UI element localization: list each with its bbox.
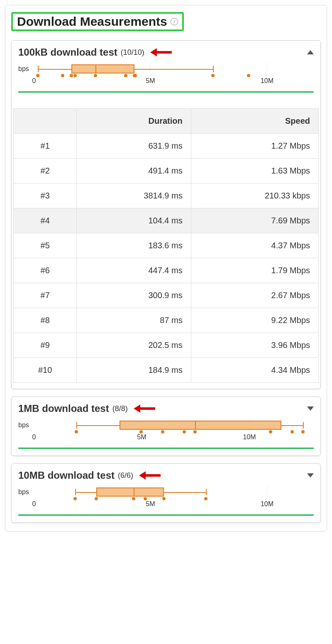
table-row[interactable]: #887 ms9.22 Mbps: [14, 308, 319, 333]
section-1mb: 1MB download test (8/8) bps: [11, 397, 321, 456]
median-line: [134, 487, 134, 497]
section-10mb-title: 10MB download test: [18, 470, 115, 481]
axis-tick: 0: [32, 500, 36, 508]
data-point: [70, 74, 73, 77]
cell-speed: 3.96 Mbps: [191, 333, 318, 358]
section-100kb-table: Duration Speed #1631.9 ms1.27 Mbps#2491.…: [13, 108, 319, 383]
axis-tick: 5M: [146, 77, 155, 85]
cell-index: #5: [14, 233, 77, 258]
axis-tick: 5M: [146, 500, 155, 508]
table-row[interactable]: #9202.5 ms3.96 Mbps: [14, 333, 319, 358]
cell-speed: 210.33 kbps: [191, 184, 318, 208]
section-10mb: 10MB download test (6/6) bps: [11, 463, 321, 523]
data-point: [204, 497, 208, 500]
boxplot-100kb: [33, 61, 314, 77]
data-point: [161, 430, 164, 433]
median-line: [95, 64, 96, 73]
chart-ylabel: bps: [18, 421, 29, 429]
data-point: [183, 430, 186, 433]
expand-icon[interactable]: [307, 406, 314, 411]
cell-index: #8: [14, 308, 77, 333]
median-line: [195, 421, 196, 430]
cell-speed: 1.63 Mbps: [191, 159, 318, 184]
cell-duration: 183.6 ms: [77, 233, 191, 258]
progress-bar: [18, 91, 314, 93]
data-point: [144, 497, 147, 500]
section-1mb-header[interactable]: 1MB download test (8/8): [12, 397, 320, 415]
data-point: [139, 430, 143, 433]
cell-speed: 2.67 Mbps: [191, 283, 318, 308]
section-10mb-chart: bps: [12, 482, 320, 522]
whisker-cap: [38, 66, 39, 72]
cell-duration: 87 ms: [77, 308, 191, 333]
data-point: [211, 74, 215, 77]
whisker-cap: [75, 489, 76, 495]
data-point: [95, 497, 98, 500]
section-1mb-title: 1MB download test: [18, 403, 109, 414]
table-header-row: Duration Speed: [14, 109, 319, 134]
axis-tick: 10M: [261, 500, 273, 508]
section-100kb: 100kB download test (10/10) bps: [11, 40, 321, 389]
whisker-cap: [206, 489, 207, 495]
download-measurements-panel: Download Measurements i 100kB download t…: [5, 5, 327, 531]
col-index: [14, 109, 77, 134]
page-title-highlight: Download Measurements i: [11, 12, 184, 31]
grid-line: [267, 485, 267, 499]
table-row[interactable]: #1631.9 ms1.27 Mbps: [14, 134, 319, 159]
data-point: [247, 74, 250, 77]
section-10mb-header[interactable]: 10MB download test (6/6): [12, 464, 320, 482]
cell-speed: 1.79 Mbps: [191, 258, 318, 283]
cell-duration: 300.9 ms: [77, 283, 191, 308]
section-1mb-count: (8/8): [112, 404, 128, 413]
collapse-icon[interactable]: [307, 50, 314, 54]
data-point: [61, 74, 64, 77]
table-row[interactable]: #7300.9 ms2.67 Mbps: [14, 283, 319, 308]
data-point: [73, 74, 77, 77]
data-point: [132, 497, 135, 500]
data-point: [73, 497, 77, 500]
expand-icon[interactable]: [307, 473, 314, 477]
cell-duration: 631.9 ms: [77, 134, 191, 159]
table-row[interactable]: #2491.4 ms1.63 Mbps: [14, 159, 319, 184]
axis-tick: 0: [32, 77, 36, 85]
grid-line: [267, 62, 267, 76]
section-1mb-chart: bps: [12, 415, 320, 455]
progress-bar: [18, 448, 314, 449]
table-row[interactable]: #4104.4 ms7.69 Mbps: [14, 208, 319, 233]
data-point: [75, 430, 78, 433]
axis-tick: 0: [32, 433, 36, 441]
data-point: [290, 430, 294, 433]
cell-index: #2: [14, 159, 77, 184]
cell-speed: 1.27 Mbps: [191, 134, 318, 159]
cell-speed: 4.34 Mbps: [191, 358, 318, 383]
data-point: [94, 74, 97, 77]
cell-duration: 184.9 ms: [77, 358, 191, 383]
cell-duration: 447.4 ms: [77, 258, 191, 283]
annotation-arrow-icon: [139, 471, 161, 480]
chart-ylabel: bps: [18, 488, 29, 496]
table-row[interactable]: #6447.4 ms1.79 Mbps: [14, 258, 319, 283]
annotation-arrow-icon: [150, 48, 172, 56]
data-point: [162, 497, 166, 500]
axis-tick: 5M: [137, 433, 146, 441]
data-point: [36, 74, 39, 77]
cell-speed: 7.69 Mbps: [191, 208, 318, 233]
section-10mb-count: (6/6): [118, 471, 133, 480]
cell-duration: 202.5 ms: [77, 333, 191, 358]
cell-index: #1: [14, 134, 77, 159]
chart-axis: 0 5M 10M: [34, 433, 314, 445]
table-row[interactable]: #10184.9 ms4.34 Mbps: [14, 358, 319, 383]
box: [71, 64, 134, 73]
cell-index: #7: [14, 283, 77, 308]
whisker-cap: [213, 66, 214, 72]
cell-duration: 104.4 ms: [77, 208, 191, 233]
table-row[interactable]: #33814.9 ms210.33 kbps: [14, 184, 319, 208]
whisker-cap: [303, 422, 304, 429]
chart-axis: 0 5M 10M: [34, 77, 314, 89]
chart-axis: 0 5M 10M: [34, 500, 314, 512]
section-100kb-header[interactable]: 100kB download test (10/10): [12, 41, 320, 59]
table-row[interactable]: #5183.6 ms4.37 Mbps: [14, 233, 319, 258]
boxplot-1mb: [33, 417, 314, 433]
info-icon[interactable]: i: [171, 18, 178, 25]
data-point: [193, 430, 197, 433]
